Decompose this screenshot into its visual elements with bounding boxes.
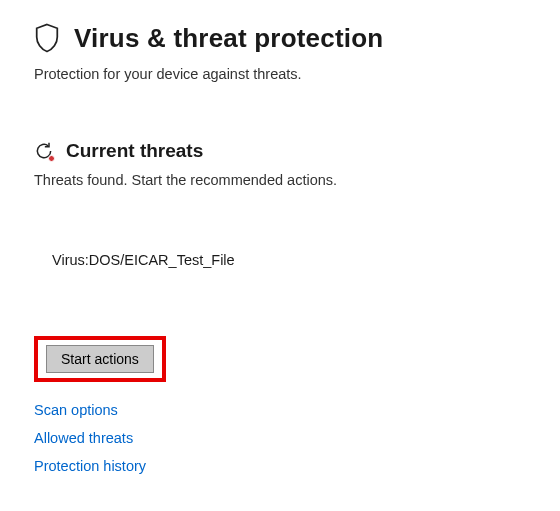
start-actions-highlight: Start actions <box>34 336 166 382</box>
shield-icon <box>34 22 60 54</box>
allowed-threats-link[interactable]: Allowed threats <box>34 430 133 446</box>
page-title: Virus & threat protection <box>74 23 383 54</box>
scan-options-link[interactable]: Scan options <box>34 402 118 418</box>
refresh-alert-icon <box>34 141 54 161</box>
current-threats-subheading: Threats found. Start the recommended act… <box>34 172 526 188</box>
threat-item: Virus:DOS/EICAR_Test_File <box>52 252 526 268</box>
page-subtitle: Protection for your device against threa… <box>34 66 526 82</box>
page-header: Virus & threat protection <box>34 22 526 54</box>
actions-row: Start actions <box>34 336 526 382</box>
links-section: Scan options Allowed threats Protection … <box>34 402 526 474</box>
start-actions-button[interactable]: Start actions <box>46 345 154 373</box>
protection-history-link[interactable]: Protection history <box>34 458 146 474</box>
current-threats-heading: Current threats <box>66 140 203 162</box>
current-threats-header: Current threats <box>34 140 526 162</box>
